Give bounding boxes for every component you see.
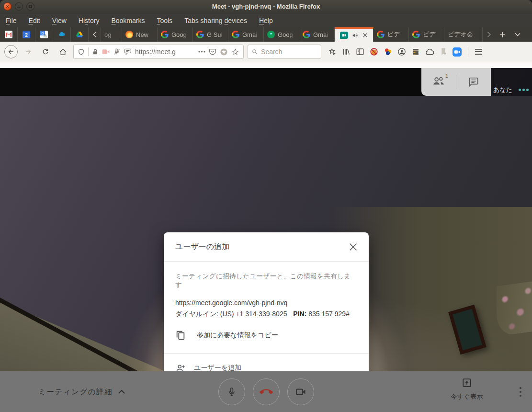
- pinned-tab-calendar[interactable]: 2: [18, 27, 35, 42]
- tab-video-3[interactable]: ビデオ会: [444, 27, 483, 42]
- share-info-text: ミーティングに招待したユーザーと、この情報を共有します: [175, 272, 357, 289]
- menu-file[interactable]: File: [6, 17, 17, 24]
- copy-button-label: 参加に必要な情報をコピー: [197, 331, 278, 340]
- home-icon: [59, 48, 67, 56]
- extension-badge-icon[interactable]: [220, 48, 228, 56]
- lock-icon[interactable]: [92, 48, 99, 56]
- page-top-strip: [0, 62, 532, 68]
- menu-edit[interactable]: Edit: [29, 17, 40, 24]
- tab-gmail-2[interactable]: Gmai: [299, 27, 335, 42]
- copy-joining-info-button[interactable]: 参加に必要な情報をコピー: [175, 330, 357, 341]
- shield-icon[interactable]: [78, 48, 85, 56]
- menu-tools[interactable]: Tools: [157, 17, 172, 24]
- tab-gmail-1[interactable]: Gmai: [228, 27, 264, 42]
- reload-button[interactable]: [39, 45, 52, 58]
- chevron-right-icon: [487, 32, 491, 37]
- tab-bar: 2 Gあ og New Goog: [0, 27, 532, 42]
- google-icon: [196, 31, 204, 38]
- menu-bookmarks[interactable]: Bookmarks: [111, 17, 145, 24]
- zoom-app-icon[interactable]: [453, 47, 462, 57]
- tab-new[interactable]: New: [122, 27, 158, 42]
- dialog-body: ミーティングに招待したユーザーと、この情報を共有します https://meet…: [164, 262, 369, 341]
- pinned-tab-onedrive[interactable]: [53, 27, 71, 42]
- toolbar-extensions: [328, 46, 483, 57]
- cloud-blue-icon: [58, 31, 66, 38]
- new-tab-button[interactable]: [495, 27, 510, 42]
- google-icon: [161, 31, 169, 38]
- tab-google-1[interactable]: Goog: [158, 27, 193, 42]
- present-now-button[interactable]: 今すぐ表示: [450, 378, 484, 401]
- url-bar[interactable]: https://meet.g: [73, 45, 244, 59]
- participants-count-badge: 1: [445, 73, 448, 79]
- meeting-details-button[interactable]: ミーティングの詳細: [38, 387, 125, 397]
- home-button[interactable]: [56, 45, 69, 58]
- camera-toggle-button[interactable]: [287, 378, 314, 405]
- mic-blocked-icon[interactable]: [113, 48, 121, 56]
- google-icon: [232, 31, 239, 38]
- cloud-outline-icon[interactable]: [425, 48, 434, 56]
- tab-video-2[interactable]: ビデ: [409, 27, 444, 42]
- window-maximize-button[interactable]: [26, 2, 34, 11]
- search-bar[interactable]: [248, 45, 321, 59]
- menu-view[interactable]: View: [52, 17, 67, 24]
- participants-button[interactable]: 1: [421, 76, 456, 88]
- blocker-extension-icon[interactable]: [370, 47, 378, 56]
- navigation-toolbar: https://meet.g: [0, 42, 532, 62]
- hamburger-menu-icon[interactable]: [475, 48, 483, 55]
- mic-icon: [226, 387, 237, 397]
- menu-history[interactable]: History: [79, 17, 100, 24]
- calendar-icon: 2: [23, 31, 30, 38]
- account-icon[interactable]: [397, 47, 406, 56]
- back-arrow-icon: [7, 48, 15, 56]
- mic-toggle-button[interactable]: [218, 378, 245, 405]
- bookmark-flag-disabled-icon[interactable]: [440, 47, 447, 56]
- tab-overflow[interactable]: og: [101, 27, 122, 42]
- url-text[interactable]: https://meet.g: [135, 48, 195, 56]
- tab-meet-active[interactable]: [335, 27, 374, 42]
- hangouts-icon: ”: [267, 31, 275, 38]
- tab-hangouts[interactable]: ” Goog: [264, 27, 299, 42]
- page-actions-icon[interactable]: [198, 51, 205, 53]
- sidebar-icon[interactable]: [356, 47, 364, 56]
- copy-icon: [175, 330, 186, 341]
- all-tabs-dropdown-button[interactable]: [510, 27, 525, 42]
- back-button[interactable]: [4, 45, 18, 58]
- google-icon: [412, 31, 420, 38]
- pinned-tab-drive[interactable]: [71, 27, 89, 42]
- scroll-tabs-right-button[interactable]: [483, 27, 495, 42]
- plus-icon: [499, 32, 506, 38]
- forward-button[interactable]: [22, 45, 35, 58]
- speaker-icon[interactable]: [352, 32, 359, 39]
- database-extension-icon[interactable]: [411, 47, 420, 56]
- meeting-link: https://meet.google.com/vgh-pjnd-nvq: [175, 298, 357, 309]
- notification-bubble-icon[interactable]: [124, 48, 132, 55]
- dial-in-label: ダイヤルイン:: [175, 310, 218, 318]
- translate-icon: Gあ: [40, 31, 48, 38]
- menu-tabs-sharing-devices[interactable]: Tabs sharing devices: [184, 17, 247, 24]
- scroll-tabs-left-button[interactable]: [89, 27, 101, 42]
- window-minimize-button[interactable]: [15, 2, 23, 11]
- dialog-header: ユーザーの追加: [164, 232, 369, 262]
- forward-arrow-icon: [24, 48, 32, 56]
- menu-help[interactable]: Help: [259, 17, 273, 24]
- curtain: [497, 281, 532, 336]
- pocket-icon[interactable]: [209, 48, 216, 56]
- add-user-dialog: ユーザーの追加 ミーティングに招待したユーザーと、この情報を共有します http…: [164, 232, 369, 383]
- window-close-button[interactable]: [3, 2, 11, 11]
- more-options-button[interactable]: [520, 387, 521, 397]
- dialog-close-button[interactable]: [349, 243, 357, 251]
- bookmark-edit-star-icon[interactable]: [328, 47, 337, 56]
- search-icon: [252, 48, 258, 55]
- pinned-tab-gmail[interactable]: [0, 27, 18, 42]
- spheres-extension-icon[interactable]: [384, 47, 392, 56]
- tab-gsuite[interactable]: G Sui: [193, 27, 228, 42]
- camera-permission-icon[interactable]: [102, 49, 110, 55]
- library-icon[interactable]: [342, 47, 351, 56]
- tab-close-icon[interactable]: [362, 33, 368, 38]
- bookmark-star-icon[interactable]: [231, 48, 239, 56]
- chat-button[interactable]: [456, 77, 491, 87]
- pinned-tab-translate[interactable]: Gあ: [35, 27, 53, 42]
- search-input[interactable]: [261, 48, 317, 56]
- tab-video-1[interactable]: ビデ: [374, 27, 409, 42]
- hangup-button[interactable]: [253, 378, 280, 405]
